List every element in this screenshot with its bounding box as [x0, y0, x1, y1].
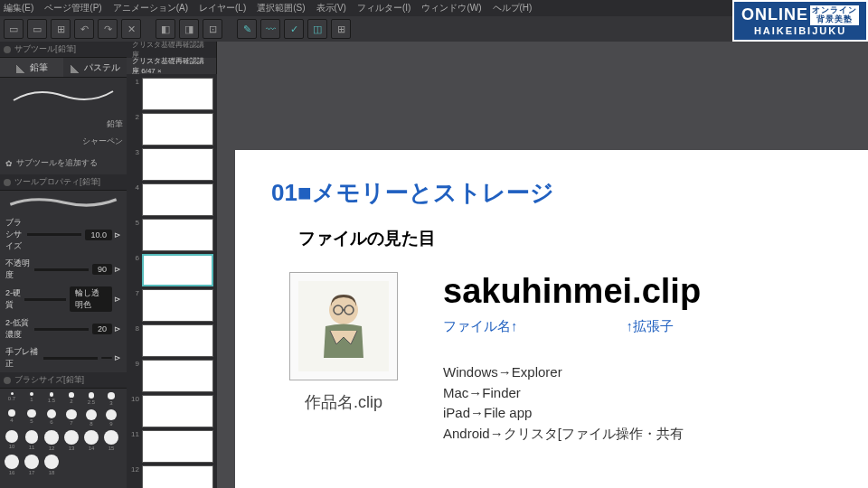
brush-size-dot[interactable]: 6	[43, 409, 60, 427]
document-tabs-2: クリスタ基礎再確認講座 6/47 ×	[127, 58, 217, 74]
tool-btn[interactable]: ⊞	[331, 19, 351, 39]
brush-size-dot[interactable]: 11	[24, 430, 40, 451]
menu-item[interactable]: アニメーション(A)	[113, 2, 188, 14]
subtool-panel-header: サブツール[鉛筆]	[0, 42, 127, 58]
watermark-badge: ONLINEオンライン背景美塾 HAIKEIBIJUKU	[732, 0, 868, 42]
menu-item[interactable]: ヘルプ(H)	[493, 2, 533, 14]
platform-list: Windows→ExplorerMac→FinderiPad→File appA…	[443, 362, 832, 444]
file-icon-block: 作品名.clip	[289, 272, 398, 444]
brush-size-dot[interactable]: 16	[4, 455, 20, 475]
brushsize-panel-header: ブラシサイズ[鉛筆]	[0, 372, 127, 389]
page-thumbnail[interactable]: 4	[130, 183, 213, 216]
menu-item[interactable]: 表示(V)	[316, 2, 346, 14]
tool-btn[interactable]: ↷	[98, 19, 118, 39]
stroke-preview-2	[0, 191, 127, 214]
menu-item[interactable]: レイヤー(L)	[199, 2, 246, 14]
filename-large: sakuhinmei.clip	[443, 272, 832, 311]
file-info-block: sakuhinmei.clip ファイル名↑ ↑拡張子 Windows→Expl…	[443, 272, 832, 444]
brush-size-dot[interactable]: 7	[63, 409, 80, 427]
tool-btn[interactable]: ◫	[307, 19, 327, 39]
subtool-list: 鉛筆 シャーペン	[0, 114, 127, 152]
brush-size-dot[interactable]: 2.5	[83, 392, 99, 406]
subtool-tab-pastel[interactable]: パステル	[63, 58, 127, 77]
subtool-item[interactable]: 鉛筆	[4, 116, 123, 133]
property-row[interactable]: 手ブレ補正⊳	[0, 343, 127, 372]
menu-item[interactable]: フィルター(I)	[357, 2, 410, 14]
brush-size-dot[interactable]: 13	[63, 430, 80, 451]
stroke-preview	[0, 78, 127, 114]
property-row[interactable]: 2-硬質輪し透明色⊳	[0, 284, 127, 314]
brush-size-dot[interactable]: 1.5	[43, 392, 60, 406]
page-thumbnail[interactable]: 5	[130, 219, 213, 251]
page-thumbnail[interactable]: 7	[130, 289, 213, 322]
doc-tab-active[interactable]: クリスタ基礎再確認講座 6/47 ×	[127, 58, 217, 74]
page-thumbnail[interactable]: 3	[130, 148, 213, 181]
page-thumbnail[interactable]: 11	[130, 430, 213, 463]
platform-line: Windows→Explorer	[443, 362, 832, 383]
slide-subtitle: ファイルの見た目	[298, 227, 832, 250]
page-thumbnail[interactable]: 8	[130, 324, 213, 357]
add-subtool-button[interactable]: ✿サブツールを追加する	[0, 152, 127, 174]
prop-value[interactable]: 20	[92, 324, 112, 334]
extension-arrow-label: ↑拡張子	[627, 318, 675, 335]
property-row[interactable]: 不透明度90⊳	[0, 255, 127, 284]
subtool-tabs: 鉛筆 パステル	[0, 58, 127, 78]
property-row[interactable]: ブラシサイズ10.0⊳	[0, 214, 127, 255]
page-thumbnail[interactable]: 9	[130, 360, 213, 392]
prop-label: 手ブレ補正	[5, 346, 43, 370]
menu-item[interactable]: ページ管理(P)	[44, 2, 101, 14]
tool-btn[interactable]: ↶	[74, 19, 94, 39]
brush-size-dot[interactable]: 12	[43, 430, 60, 451]
brush-size-dot[interactable]: 15	[103, 430, 119, 451]
file-thumbnail-icon	[289, 272, 398, 380]
prop-label: ブラシサイズ	[5, 217, 27, 252]
menu-item[interactable]: ウィンドウ(W)	[421, 2, 481, 14]
tool-btn[interactable]: ◧	[156, 19, 175, 39]
slide-title: 01■メモリーとストレージ	[271, 177, 832, 209]
page-thumbnail[interactable]: 12	[130, 465, 213, 488]
brush-size-dot[interactable]: 1	[24, 392, 40, 406]
prop-value[interactable]: 輪し透明色	[70, 286, 112, 312]
pencil-icon	[16, 62, 27, 73]
prop-value[interactable]: 10.0	[85, 230, 112, 240]
page-thumbnail[interactable]: 1	[130, 78, 213, 110]
brush-size-dot[interactable]: 8	[83, 409, 99, 427]
platform-line: Android→クリスタ[ファイル操作・共有	[443, 424, 832, 445]
subtool-tab-pencil[interactable]: 鉛筆	[0, 58, 63, 77]
brush-size-dot[interactable]: 14	[83, 430, 99, 451]
prop-value[interactable]	[101, 357, 112, 359]
page-thumbnail[interactable]: 2	[130, 113, 213, 145]
tool-btn[interactable]: ⊞	[51, 19, 71, 39]
tool-btn[interactable]: ✕	[121, 19, 141, 39]
brush-size-dot[interactable]: 10	[4, 430, 20, 451]
brush-size-dot[interactable]: 3	[103, 392, 119, 406]
brush-size-dot[interactable]: 4	[4, 409, 20, 427]
prop-label: 2-硬質	[5, 287, 24, 311]
tool-btn[interactable]: ◨	[179, 19, 199, 39]
menu-item[interactable]: 選択範囲(S)	[257, 2, 305, 14]
subtool-item[interactable]: シャーペン	[4, 133, 123, 150]
menu-item[interactable]: 編集(E)	[4, 2, 33, 14]
page-thumbnail[interactable]: 6	[130, 254, 213, 286]
pastel-icon	[71, 62, 81, 73]
brush-size-dot[interactable]: 5	[24, 409, 40, 427]
tool-btn[interactable]: ▭	[27, 19, 47, 39]
tool-btn[interactable]: ▭	[4, 19, 24, 39]
tool-btn[interactable]: 〰	[260, 19, 280, 39]
brush-size-dot[interactable]: 9	[103, 409, 119, 427]
left-panel: サブツール[鉛筆] 鉛筆 パステル 鉛筆 シャーペン ✿サブツールを追加する ツ…	[0, 42, 127, 488]
tool-btn[interactable]: ⊡	[203, 19, 222, 39]
filename-arrow-label: ファイル名↑	[443, 318, 518, 335]
prop-value[interactable]: 90	[92, 264, 112, 275]
brush-size-dot[interactable]: 18	[43, 455, 60, 475]
property-row[interactable]: 2-低質濃度20⊳	[0, 314, 127, 343]
brush-size-dot[interactable]: 17	[24, 455, 40, 475]
brush-size-grid: 0.711.522.53456789101112131415161718	[0, 389, 127, 479]
tool-btn[interactable]: ✓	[284, 19, 304, 39]
brush-size-dot[interactable]: 2	[63, 392, 80, 406]
tool-btn[interactable]: ✎	[237, 19, 257, 39]
canvas-area[interactable]: 01■メモリーとストレージ ファイルの見た目	[217, 42, 868, 488]
brush-size-dot[interactable]: 0.7	[4, 392, 20, 406]
file-name-label: 作品名.clip	[305, 391, 382, 413]
page-thumbnail[interactable]: 10	[130, 395, 213, 427]
